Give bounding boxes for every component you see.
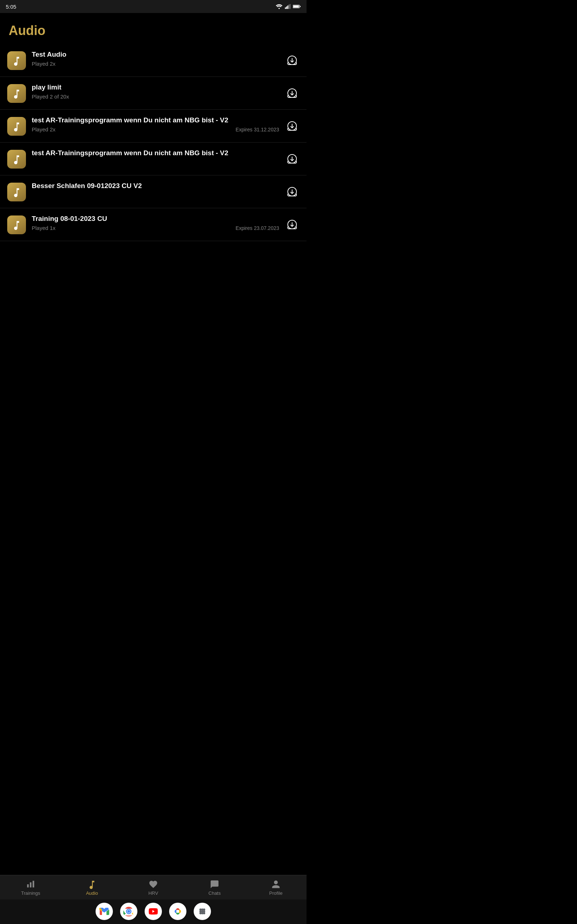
audio-item[interactable]: test AR-Trainingsprogramm wenn Du nicht … (0, 142, 306, 175)
audio-item-content: Besser Schlafen 09-012023 CU V2 (32, 182, 279, 192)
audio-item-expires: Expires 31.12.2023 (235, 127, 279, 132)
audio-item[interactable]: Training 08-01-2023 CU Played 1x Expires… (0, 208, 306, 241)
audio-item[interactable]: test AR-Trainingsprogramm wenn Du nicht … (0, 110, 306, 142)
audio-item[interactable]: Besser Schlafen 09-012023 CU V2 (0, 175, 306, 208)
download-button[interactable] (285, 184, 299, 199)
audio-item-content: play limit Played 2 of 20x (32, 83, 279, 100)
audio-item-title: Besser Schlafen 09-012023 CU V2 (32, 182, 279, 190)
status-time: 5:05 (6, 3, 16, 10)
download-button[interactable] (285, 119, 299, 133)
audio-item-expires: Expires 23.07.2023 (235, 225, 279, 231)
audio-item-content: test AR-Trainingsprogramm wenn Du nicht … (32, 116, 279, 132)
svg-rect-7 (300, 6, 300, 7)
download-button[interactable] (285, 152, 299, 166)
audio-item-meta: Played 2x (32, 61, 279, 67)
signal-icon (285, 3, 291, 10)
audio-item-icon (7, 150, 26, 168)
audio-item[interactable]: play limit Played 2 of 20x (0, 77, 306, 110)
audio-item-played: Played 2x (32, 126, 56, 132)
audio-item-content: Test Audio Played 2x (32, 50, 279, 67)
status-bar: 5:05 (0, 0, 306, 13)
audio-item-title: test AR-Trainingsprogramm wenn Du nicht … (32, 116, 279, 124)
wifi-icon (276, 3, 283, 10)
audio-item-icon (7, 51, 26, 70)
audio-item-content: test AR-Trainingsprogramm wenn Du nicht … (32, 149, 279, 159)
download-button[interactable] (285, 217, 299, 232)
svg-rect-1 (286, 6, 287, 9)
svg-rect-3 (288, 5, 290, 9)
audio-item-icon (7, 183, 26, 201)
audio-item-played: Played 2 of 20x (32, 94, 69, 100)
download-button[interactable] (285, 86, 299, 100)
audio-item-meta: Played 2x Expires 31.12.2023 (32, 126, 279, 132)
battery-icon (293, 4, 301, 9)
audio-item-played: Played 2x (32, 61, 56, 67)
audio-item-meta: Played 2 of 20x (32, 94, 279, 100)
svg-rect-0 (285, 8, 286, 9)
status-icons (276, 3, 301, 10)
audio-item[interactable]: Test Audio Played 2x (0, 44, 306, 77)
audio-item-title: Training 08-01-2023 CU (32, 215, 279, 223)
audio-item-icon (7, 84, 26, 103)
audio-item-icon (7, 215, 26, 234)
audio-item-played: Played 1x (32, 225, 56, 231)
audio-list: Test Audio Played 2x play (0, 44, 306, 241)
audio-item-icon (7, 117, 26, 136)
svg-rect-4 (290, 4, 291, 9)
svg-rect-6 (293, 5, 299, 8)
download-button[interactable] (285, 53, 299, 68)
audio-item-meta: Played 1x Expires 23.07.2023 (32, 225, 279, 231)
audio-item-title: test AR-Trainingsprogramm wenn Du nicht … (32, 149, 279, 157)
svg-rect-2 (287, 5, 288, 9)
audio-item-title: play limit (32, 83, 279, 91)
audio-item-content: Training 08-01-2023 CU Played 1x Expires… (32, 215, 279, 231)
page-title: Audio (0, 13, 306, 44)
audio-item-title: Test Audio (32, 50, 279, 58)
